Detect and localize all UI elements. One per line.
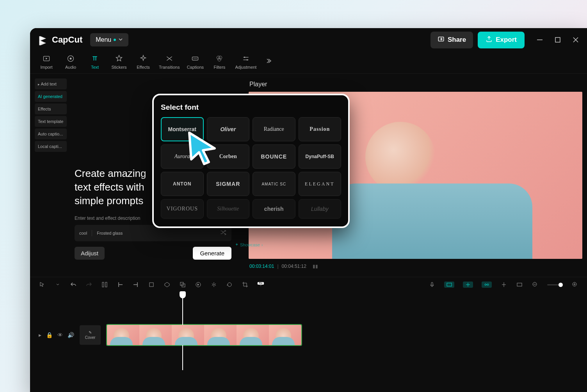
trim-left-icon[interactable] [117,281,124,288]
window-controls [536,36,579,43]
tool-import[interactable]: Import [38,54,55,69]
magnet-badge-icon[interactable] [444,282,454,288]
sidebar-item-effects[interactable]: Effects [35,103,67,114]
microphone-icon[interactable] [429,281,436,288]
tool-filters[interactable]: Filters [211,54,228,69]
app-logo: CapCut [38,34,82,45]
divider-icon [92,230,92,236]
export-icon [486,36,493,45]
redo-icon[interactable] [85,281,92,288]
font-option-vigorous[interactable]: VIGOROUS [161,199,204,219]
pointer-tool-icon[interactable] [39,281,46,288]
minimize-icon[interactable] [536,36,543,43]
font-option-elegant[interactable]: ELEGANT [299,172,342,196]
font-option-radiance[interactable]: Radiance [253,117,295,141]
svg-point-23 [485,284,486,285]
cover-button[interactable]: ✎ Cover [80,325,101,345]
export-button[interactable]: Export [478,32,525,48]
font-option-passion[interactable]: Passion [299,117,342,141]
font-option-oliver[interactable]: Oliver [207,117,250,141]
reverse-icon[interactable] [195,281,202,288]
copy-icon[interactable] [179,281,186,288]
tool-audio[interactable]: Audio [62,54,79,69]
action-row: Adijust Generate [75,247,231,260]
track-collapse-icon[interactable]: ▸ [39,332,41,338]
sidebar-item-add-text[interactable]: Add text [35,78,67,89]
tool-captions[interactable]: Captions [187,54,204,69]
mask-icon[interactable] [164,281,171,288]
font-option-montserrat[interactable]: Montserrat [161,117,204,141]
generate-button[interactable]: Generate [193,247,231,260]
zoom-out-icon[interactable] [532,281,539,288]
prompt-text-field[interactable]: cool [79,231,87,235]
rotate-icon[interactable] [226,281,233,288]
crop-frame-icon[interactable] [242,281,249,288]
font-option-sigmar[interactable]: SIGMAR [207,172,250,196]
tool-label: Text [91,65,99,69]
chevron-down-icon[interactable] [54,281,61,288]
svg-rect-2 [555,37,560,42]
menu-button[interactable]: Menu [90,33,128,46]
tool-label: Effects [137,65,149,69]
pro-tool-icon[interactable]: Pro [257,281,264,288]
mirror-icon[interactable] [210,281,217,288]
close-icon[interactable] [572,36,579,43]
font-option-dynapuff[interactable]: DynaPuff-SB [299,144,342,169]
sidebar-item-local-captions[interactable]: Local capti... [35,141,67,152]
zoom-slider[interactable] [547,284,563,285]
crop-icon[interactable] [148,281,155,288]
svg-text:Pro: Pro [259,282,262,284]
svg-point-5 [70,58,72,60]
transitions-icon [165,54,174,63]
timeline[interactable]: ▸ 🔒 👁 🔊 ✎ Cover [30,292,587,386]
adjust-button[interactable]: Adijust [75,247,105,260]
shuffle-icon[interactable] [220,229,227,237]
cover-label: Cover [85,335,96,340]
app-name: CapCut [52,35,82,45]
primary-toolbar: Import Audio Text Stickers Effects Trans… [30,52,587,74]
tool-text[interactable]: Text [86,54,103,69]
sidebar-item-text-template[interactable]: Text template [35,116,67,127]
svg-point-11 [244,57,245,58]
track-lock-icon[interactable]: 🔒 [46,332,53,338]
tool-adjustment[interactable]: Adjustment [235,54,256,69]
tool-label: Adjustment [235,65,256,69]
trim-right-icon[interactable] [132,281,139,288]
svg-rect-14 [105,282,107,287]
font-option-cherish[interactable]: cherish [253,199,295,219]
font-option-bounce[interactable]: BOUNCE [253,144,295,169]
font-option-aurora[interactable]: Aurora [161,144,204,169]
zoom-in-icon[interactable] [571,281,578,288]
track-visibility-icon[interactable]: 👁 [57,332,63,338]
clip-thumbnail [204,325,237,345]
clip-thumbnail [107,325,139,345]
sidebar-item-auto-captions[interactable]: Auto captio... [35,128,67,139]
sidebar-item-ai-generated[interactable]: AI generated [35,91,67,102]
track-mute-icon[interactable]: 🔊 [68,332,74,338]
align-icon[interactable] [500,281,507,288]
font-option-silhouette[interactable]: Silhouette [207,199,250,219]
font-option-anton[interactable]: ANTON [161,172,204,196]
share-button[interactable]: Share [430,32,473,48]
undo-icon[interactable] [70,281,77,288]
tool-transitions[interactable]: Transitions [159,54,180,69]
tool-stickers[interactable]: Stickers [110,54,128,69]
font-option-lullaby[interactable]: Lullaby [299,199,342,219]
video-track-row: ▸ 🔒 👁 🔊 ✎ Cover [30,324,587,346]
snap-badge-icon[interactable] [463,282,473,288]
tool-label: Stickers [111,65,126,69]
maximize-icon[interactable] [554,36,561,43]
tool-effects[interactable]: Effects [135,54,152,69]
showcase-link[interactable]: ✦ Showcase › [235,242,263,247]
video-clip[interactable] [106,324,302,346]
preview-track-icon[interactable] [516,281,523,288]
prompt-effect-field[interactable]: Frosted glass [97,231,123,235]
font-option-corben[interactable]: Corben [207,144,250,169]
split-icon[interactable] [101,281,108,288]
toolbar-more-icon[interactable] [265,58,271,66]
clip-thumbnail [269,325,301,345]
font-option-amatic[interactable]: AMATIC SC [253,172,295,196]
menu-indicator-dot-icon [114,39,116,41]
link-badge-icon[interactable] [482,282,492,288]
player-title: Player [244,77,587,92]
